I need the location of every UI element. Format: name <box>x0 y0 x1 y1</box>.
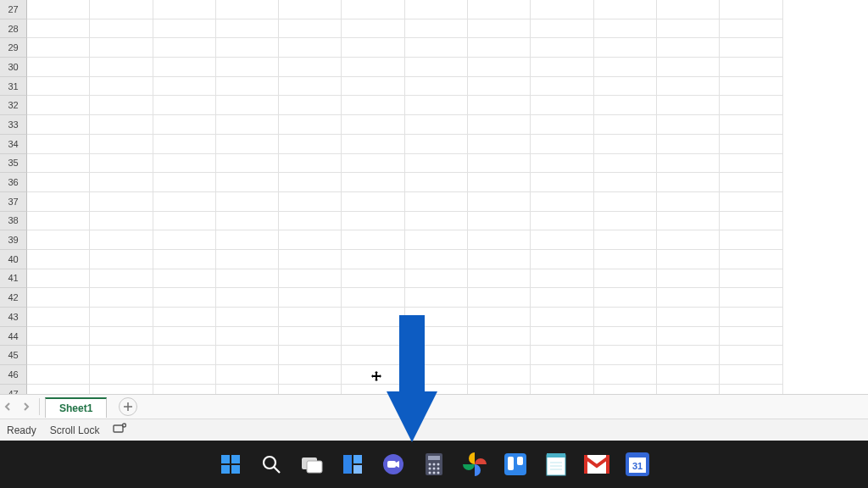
cell[interactable] <box>90 212 153 231</box>
cell[interactable] <box>342 346 404 365</box>
cell[interactable] <box>216 154 279 174</box>
row-header[interactable]: 43 <box>0 308 27 327</box>
cell[interactable] <box>90 38 153 58</box>
cell[interactable] <box>594 77 657 97</box>
cell[interactable] <box>27 0 90 19</box>
cell[interactable] <box>90 250 153 269</box>
cell[interactable] <box>216 250 279 269</box>
cell[interactable] <box>90 385 153 394</box>
cell[interactable] <box>342 250 404 269</box>
cell[interactable] <box>405 0 468 19</box>
cell[interactable] <box>720 385 782 394</box>
cell[interactable] <box>405 365 468 385</box>
cell[interactable] <box>153 154 216 174</box>
cell[interactable] <box>27 192 90 212</box>
cell[interactable] <box>720 58 782 77</box>
cell[interactable] <box>594 173 657 192</box>
cell[interactable] <box>153 308 216 327</box>
gmail-icon[interactable] <box>584 452 609 477</box>
cell[interactable] <box>342 19 404 39</box>
cell[interactable] <box>531 173 593 192</box>
cell[interactable] <box>720 0 782 19</box>
cell[interactable] <box>342 115 404 135</box>
row-header[interactable]: 34 <box>0 135 27 154</box>
cell[interactable] <box>342 58 404 77</box>
row-header[interactable]: 40 <box>0 250 27 269</box>
cell[interactable] <box>216 115 279 135</box>
cell[interactable] <box>657 346 720 365</box>
cell[interactable] <box>279 135 342 154</box>
sheet-tab-active[interactable]: Sheet1 <box>45 397 107 418</box>
google-photos-icon[interactable] <box>462 452 487 477</box>
cell[interactable] <box>342 38 404 58</box>
cell[interactable] <box>405 192 468 212</box>
cell[interactable] <box>405 154 468 174</box>
cell[interactable] <box>405 38 468 58</box>
cell[interactable] <box>657 0 720 19</box>
cell[interactable] <box>279 77 342 97</box>
cell[interactable] <box>468 77 531 97</box>
cell[interactable] <box>531 308 593 327</box>
cell[interactable] <box>216 0 279 19</box>
cell[interactable] <box>90 19 153 39</box>
cell[interactable] <box>90 192 153 212</box>
cell[interactable] <box>279 288 342 308</box>
cell[interactable] <box>720 173 782 192</box>
cell[interactable] <box>720 212 782 231</box>
cell[interactable] <box>657 212 720 231</box>
cell[interactable] <box>594 135 657 154</box>
cell[interactable] <box>531 77 593 97</box>
cell[interactable] <box>153 77 216 97</box>
cell[interactable] <box>531 19 593 39</box>
cell[interactable] <box>468 230 531 250</box>
cell[interactable] <box>27 250 90 269</box>
cell[interactable] <box>27 288 90 308</box>
cell[interactable] <box>216 230 279 250</box>
cell[interactable] <box>342 385 404 394</box>
cell[interactable] <box>27 308 90 327</box>
cell[interactable] <box>153 250 216 269</box>
cell[interactable] <box>657 38 720 58</box>
cell[interactable] <box>279 308 342 327</box>
cell[interactable] <box>657 77 720 97</box>
row-header[interactable]: 42 <box>0 288 27 308</box>
cell[interactable] <box>594 19 657 39</box>
cell[interactable] <box>531 192 593 212</box>
cell[interactable] <box>216 58 279 77</box>
cell[interactable] <box>90 269 153 289</box>
cell[interactable] <box>342 288 404 308</box>
cell[interactable] <box>279 269 342 289</box>
cell[interactable] <box>657 154 720 174</box>
cell[interactable] <box>720 135 782 154</box>
row-header[interactable]: 44 <box>0 327 27 347</box>
cell[interactable] <box>27 115 90 135</box>
cell[interactable] <box>27 212 90 231</box>
cell[interactable] <box>720 346 782 365</box>
cell[interactable] <box>342 269 404 289</box>
cell[interactable] <box>342 0 404 19</box>
row-header[interactable]: 38 <box>0 212 27 231</box>
cell[interactable] <box>90 96 153 115</box>
cell[interactable] <box>720 327 782 347</box>
cell[interactable] <box>468 0 531 19</box>
task-view-icon[interactable] <box>299 452 325 477</box>
cell[interactable] <box>594 115 657 135</box>
cell[interactable] <box>27 154 90 174</box>
cell[interactable] <box>594 385 657 394</box>
cell[interactable] <box>468 96 531 115</box>
cell[interactable] <box>531 212 593 231</box>
cell[interactable] <box>27 58 90 77</box>
cell[interactable] <box>405 19 468 39</box>
google-calendar-icon[interactable]: 31 <box>625 452 650 477</box>
cell[interactable] <box>405 77 468 97</box>
cell[interactable] <box>153 385 216 394</box>
cell[interactable] <box>405 346 468 365</box>
row-header[interactable]: 36 <box>0 173 27 192</box>
cell[interactable] <box>342 173 404 192</box>
cell[interactable] <box>216 365 279 385</box>
cell[interactable] <box>279 38 342 58</box>
cell[interactable] <box>531 269 593 289</box>
cell[interactable] <box>153 38 216 58</box>
cell[interactable] <box>594 288 657 308</box>
cell[interactable] <box>342 365 404 385</box>
